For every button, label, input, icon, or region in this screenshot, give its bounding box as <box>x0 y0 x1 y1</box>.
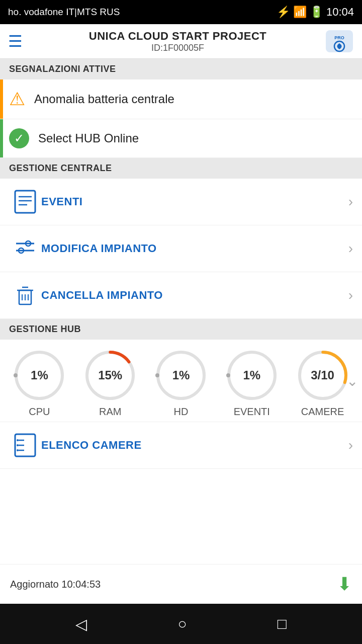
status-icons: ⚡ 📶 🔋 10:04 <box>277 6 354 19</box>
signal-icon: 📶 <box>293 6 307 19</box>
app-logo: PRO <box>325 29 354 53</box>
hd-label: HD <box>174 406 189 418</box>
cancella-chevron-icon: › <box>348 287 353 303</box>
camere-value: 3/10 <box>311 368 334 382</box>
expand-hub-button[interactable]: ⌄ <box>346 372 358 389</box>
hamburger-menu-icon[interactable]: ☰ <box>8 32 23 51</box>
gauge-hd: 1% <box>153 348 209 403</box>
ok-icon: ✓ <box>9 128 29 148</box>
alert-text-battery: Anomalia batteria centrale <box>34 92 174 106</box>
status-bar: ho. vodafone IT|MTS RUS ⚡ 📶 🔋 10:04 <box>0 0 362 24</box>
metric-eventi: 1% EVENTI <box>216 348 287 418</box>
cancella-menu-row[interactable]: CANCELLA IMPIANTO › <box>0 272 362 319</box>
cancella-icon-wrap <box>9 282 41 308</box>
nav-bar: ◁ ○ □ <box>0 604 362 644</box>
eventi-metric-label: EVENTI <box>234 406 270 418</box>
download-icon[interactable]: ⬇ <box>337 574 352 595</box>
modifica-icon <box>12 235 38 262</box>
hub-section: 1% CPU 15% RAM 1% <box>0 340 362 469</box>
metric-cpu: 1% CPU <box>4 348 75 418</box>
gauge-camere: 3/10 <box>295 348 350 403</box>
bluetooth-icon: ⚡ <box>277 6 290 19</box>
warning-icon: ⚠ <box>9 89 25 110</box>
gestione-hub-section-header: GESTIONE HUB <box>0 319 362 340</box>
alert-row-hub: ✓ Select HUB Online <box>0 119 362 158</box>
metric-hd: 1% HD <box>146 348 217 418</box>
battery-icon: 🔋 <box>310 6 323 19</box>
recent-nav-icon[interactable]: □ <box>278 615 287 632</box>
gauge-cpu: 1% <box>12 348 67 403</box>
gauge-eventi: 1% <box>224 348 280 403</box>
back-nav-icon[interactable]: ◁ <box>75 615 87 633</box>
cpu-label: CPU <box>29 406 50 418</box>
footer: Aggiornato 10:04:53 ⬇ <box>0 564 362 604</box>
svg-text:PRO: PRO <box>334 35 344 40</box>
eventi-chevron-icon: › <box>348 194 353 210</box>
svg-point-24 <box>226 373 230 377</box>
modifica-label: MODIFICA IMPIANTO <box>41 242 348 255</box>
updated-text: Aggiornato 10:04:53 <box>10 579 101 590</box>
camere-label: CAMERE <box>301 406 344 418</box>
ram-value: 15% <box>98 368 122 382</box>
modifica-chevron-icon: › <box>348 240 353 257</box>
segnalazioni-section-header: SEGNALAZIONI ATTIVE <box>0 59 362 79</box>
app-header: ☰ UNICA CLOUD START PROJECT ID:1F00005F … <box>0 24 362 59</box>
ram-label: RAM <box>99 406 121 418</box>
cancella-icon <box>12 282 38 308</box>
metric-ram: 15% RAM <box>75 348 146 418</box>
eventi-value: 1% <box>243 368 260 382</box>
svg-point-33 <box>17 449 19 451</box>
elenco-camere-row[interactable]: ELENCO CAMERE › <box>0 422 362 469</box>
elenco-icon-wrap <box>9 432 41 458</box>
gauge-ram: 15% <box>82 348 138 403</box>
app-title: UNICA CLOUD START PROJECT <box>31 30 325 43</box>
hub-metrics: 1% CPU 15% RAM 1% <box>0 340 362 422</box>
svg-point-22 <box>155 373 159 377</box>
alert-text-hub: Select HUB Online <box>38 131 139 145</box>
hd-value: 1% <box>172 368 190 382</box>
alert-row-battery: ⚠ Anomalia batteria centrale <box>0 79 362 119</box>
eventi-icon <box>12 189 38 215</box>
eventi-icon-wrap <box>9 189 41 215</box>
cancella-label: CANCELLA IMPIANTO <box>41 289 348 302</box>
elenco-chevron-icon: › <box>348 437 353 453</box>
svg-point-31 <box>17 444 19 446</box>
modifica-menu-row[interactable]: MODIFICA IMPIANTO › <box>0 225 362 272</box>
time-display: 10:04 <box>326 6 354 19</box>
menu-list: EVENTI › MODIFICA IMPIANTO › <box>0 179 362 319</box>
elenco-camere-icon <box>12 432 38 458</box>
app-subtitle: ID:1F00005F <box>31 43 325 53</box>
alert-list: ⚠ Anomalia batteria centrale ✓ Select HU… <box>0 79 362 158</box>
svg-point-29 <box>17 439 19 441</box>
home-nav-icon[interactable]: ○ <box>177 615 187 632</box>
cpu-value: 1% <box>31 368 48 382</box>
eventi-menu-row[interactable]: EVENTI › <box>0 179 362 225</box>
header-title-block: UNICA CLOUD START PROJECT ID:1F00005F <box>31 30 325 53</box>
carrier-text: ho. vodafone IT|MTS RUS <box>8 7 120 18</box>
svg-rect-3 <box>15 191 35 213</box>
eventi-label: EVENTI <box>41 195 348 208</box>
elenco-camere-label: ELENCO CAMERE <box>41 439 348 452</box>
gestione-centrale-section-header: GESTIONE CENTRALE <box>0 158 362 179</box>
svg-point-18 <box>14 373 18 377</box>
modifica-icon-wrap <box>9 235 41 262</box>
